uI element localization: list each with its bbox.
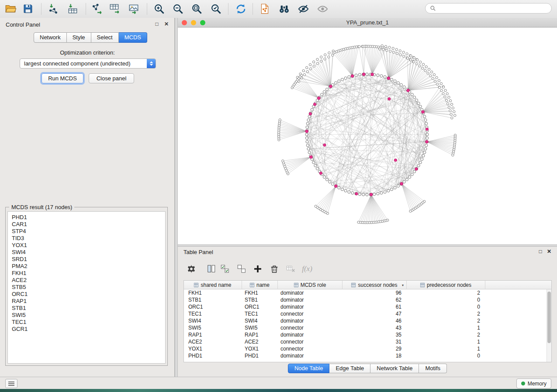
mcds-role-cell[interactable]: connector bbox=[278, 310, 343, 317]
close-panel-icon[interactable]: ✕ bbox=[163, 21, 170, 27]
select-all-icon[interactable] bbox=[218, 263, 232, 275]
predecessor-nodes-cell[interactable]: 0 bbox=[407, 303, 485, 310]
predecessor-nodes-cell[interactable]: 1 bbox=[407, 338, 485, 345]
float-table-panel-icon[interactable]: □ bbox=[537, 248, 544, 254]
mcds-role-cell[interactable]: dominator bbox=[278, 331, 343, 338]
mcds-result-item[interactable]: STB1 bbox=[12, 305, 165, 312]
close-window-icon[interactable] bbox=[182, 20, 187, 25]
successor-nodes-cell[interactable]: 29 bbox=[343, 345, 407, 352]
mcds-role-cell[interactable]: connector bbox=[278, 338, 343, 345]
run-mcds-button[interactable]: Run MCDS bbox=[42, 73, 83, 83]
mcds-result-item[interactable]: GCR1 bbox=[12, 326, 165, 333]
successor-nodes-cell[interactable]: 35 bbox=[343, 331, 407, 338]
successor-nodes-cell[interactable]: 47 bbox=[343, 310, 407, 317]
table-row[interactable]: SWI4 SWI4 dominator 46 2 bbox=[184, 317, 551, 324]
shared-name-cell[interactable]: YOX1 bbox=[184, 345, 242, 352]
shared-name-cell[interactable]: ORC1 bbox=[184, 303, 242, 310]
shared-name-cell[interactable]: PHD1 bbox=[184, 352, 242, 359]
open-session-icon[interactable] bbox=[3, 2, 17, 16]
refresh-layout-icon[interactable] bbox=[234, 2, 248, 16]
column-header-successor-nodes[interactable]: successor nodes ▾ bbox=[343, 281, 407, 289]
successor-nodes-cell[interactable]: 43 bbox=[343, 324, 407, 331]
shared-name-cell[interactable]: SWI5 bbox=[184, 324, 242, 331]
export-network-icon[interactable] bbox=[90, 2, 104, 16]
criterion-select[interactable]: largest connected component (undirected) bbox=[20, 58, 156, 69]
shared-name-cell[interactable]: ACE2 bbox=[184, 338, 242, 345]
column-header-name[interactable]: name bbox=[242, 281, 278, 289]
mcds-result-item[interactable]: RAP1 bbox=[12, 298, 165, 305]
table-row[interactable]: ACE2 ACE2 connector 31 1 bbox=[184, 338, 551, 345]
tab-mcds[interactable]: MCDS bbox=[119, 32, 147, 43]
table-row[interactable]: YOX1 YOX1 connector 29 1 bbox=[184, 345, 551, 352]
name-cell[interactable]: SWI4 bbox=[242, 317, 278, 324]
predecessor-nodes-cell[interactable]: 2 bbox=[407, 331, 485, 338]
table-row[interactable]: ORC1 ORC1 dominator 61 0 bbox=[184, 303, 551, 310]
export-table-icon[interactable] bbox=[107, 2, 121, 16]
shared-name-cell[interactable]: STB1 bbox=[184, 296, 242, 303]
search-box[interactable] bbox=[425, 3, 552, 14]
name-cell[interactable]: PHD1 bbox=[242, 352, 278, 359]
tab-network-table[interactable]: Network Table bbox=[370, 364, 419, 373]
table-row[interactable]: PHD1 PHD1 dominator 18 0 bbox=[184, 352, 551, 359]
hide-details-icon[interactable] bbox=[296, 2, 310, 16]
vertical-splitter[interactable] bbox=[175, 18, 178, 377]
memory-button[interactable]: Memory bbox=[516, 378, 551, 389]
mcds-result-item[interactable]: STB5 bbox=[12, 284, 165, 291]
successor-nodes-cell[interactable]: 46 bbox=[343, 317, 407, 324]
tab-network[interactable]: Network bbox=[34, 32, 67, 43]
show-details-icon[interactable] bbox=[315, 2, 329, 16]
zoom-in-icon[interactable] bbox=[152, 2, 166, 16]
tab-edge-table[interactable]: Edge Table bbox=[329, 364, 370, 373]
shared-name-cell[interactable]: FKH1 bbox=[184, 289, 242, 296]
name-cell[interactable]: TEC1 bbox=[242, 310, 278, 317]
mcds-result-item[interactable]: SRD1 bbox=[12, 256, 165, 263]
mcds-result-item[interactable]: CAR1 bbox=[12, 221, 165, 228]
name-cell[interactable]: ACE2 bbox=[242, 338, 278, 345]
mcds-role-cell[interactable]: dominator bbox=[278, 352, 343, 359]
import-table-file-icon[interactable] bbox=[66, 2, 80, 16]
close-panel-button[interactable]: Close panel bbox=[89, 73, 134, 83]
predecessor-nodes-cell[interactable]: 0 bbox=[407, 296, 485, 303]
name-cell[interactable]: ORC1 bbox=[242, 303, 278, 310]
predecessor-nodes-cell[interactable]: 1 bbox=[407, 345, 485, 352]
mcds-result-item[interactable]: PHD1 bbox=[12, 214, 165, 221]
tab-style[interactable]: Style bbox=[67, 32, 91, 43]
name-cell[interactable]: RAP1 bbox=[242, 331, 278, 338]
network-window-titlebar[interactable]: YPA_prune.txt_1 bbox=[178, 18, 557, 28]
add-column-icon[interactable] bbox=[251, 263, 264, 275]
zoom-selected-icon[interactable] bbox=[209, 2, 223, 16]
import-network-file-icon[interactable] bbox=[46, 2, 60, 16]
table-row[interactable]: RAP1 RAP1 dominator 35 2 bbox=[184, 331, 551, 338]
successor-nodes-cell[interactable]: 31 bbox=[343, 338, 407, 345]
name-cell[interactable]: FKH1 bbox=[242, 289, 278, 296]
table-row[interactable]: TEC1 TEC1 connector 47 2 bbox=[184, 310, 551, 317]
mcds-role-cell[interactable]: dominator bbox=[278, 289, 343, 296]
delete-column-icon[interactable] bbox=[268, 263, 281, 275]
mcds-result-item[interactable]: FKH1 bbox=[12, 270, 165, 277]
mcds-role-cell[interactable]: dominator bbox=[278, 303, 343, 310]
column-header-mcds-role[interactable]: MCDS role bbox=[278, 281, 343, 289]
zoom-fit-icon[interactable] bbox=[190, 2, 204, 16]
successor-nodes-cell[interactable]: 18 bbox=[343, 352, 407, 359]
deselect-all-icon[interactable] bbox=[235, 263, 248, 275]
table-settings-gear-icon[interactable] bbox=[185, 263, 198, 275]
table-row[interactable]: FKH1 FKH1 dominator 96 2 bbox=[184, 289, 551, 296]
mcds-role-cell[interactable]: dominator bbox=[278, 296, 343, 303]
maximize-window-icon[interactable] bbox=[200, 20, 205, 25]
successor-nodes-cell[interactable]: 96 bbox=[343, 289, 407, 296]
successor-nodes-cell[interactable]: 62 bbox=[343, 296, 407, 303]
mcds-result-list[interactable]: PHD1 CAR1 STP4 TID3 YOX1 SWI4 SRD1 PMA2 … bbox=[7, 211, 166, 364]
mcds-result-item[interactable]: TID3 bbox=[12, 235, 165, 242]
mcds-result-item[interactable]: YOX1 bbox=[12, 242, 165, 249]
save-session-icon[interactable] bbox=[21, 2, 35, 16]
shared-name-cell[interactable]: SWI4 bbox=[184, 317, 242, 324]
mcds-result-item[interactable]: PMA2 bbox=[12, 263, 165, 270]
predecessor-nodes-cell[interactable]: 2 bbox=[407, 310, 485, 317]
minimize-window-icon[interactable] bbox=[191, 20, 196, 25]
predecessor-nodes-cell[interactable]: 0 bbox=[407, 352, 485, 359]
zoom-out-icon[interactable] bbox=[171, 2, 185, 16]
search-input[interactable] bbox=[439, 5, 547, 12]
shared-name-cell[interactable]: RAP1 bbox=[184, 331, 242, 338]
mcds-result-item[interactable]: TEC1 bbox=[12, 319, 165, 326]
name-cell[interactable]: YOX1 bbox=[242, 345, 278, 352]
